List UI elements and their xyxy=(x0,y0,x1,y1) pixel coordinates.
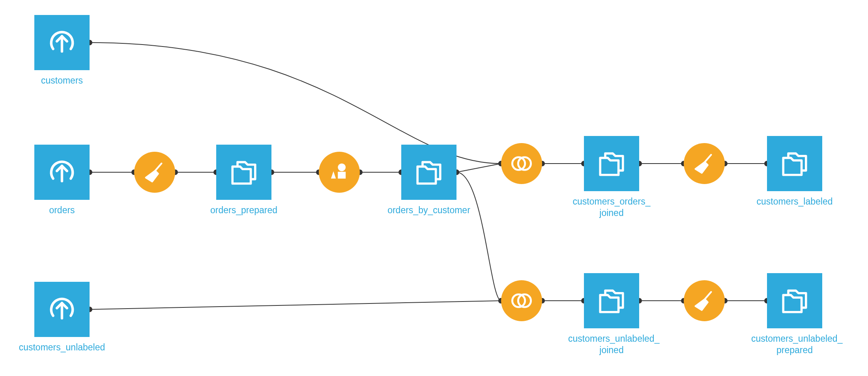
node-customers-unlabeled-joined[interactable]: customers_unlabeled_ joined xyxy=(584,273,655,356)
node-customers-orders-joined[interactable]: customers_orders_ joined xyxy=(584,136,655,219)
node-label: orders xyxy=(19,205,105,216)
folder-icon xyxy=(401,145,456,200)
folder-icon xyxy=(584,273,639,328)
node-customers-labeled[interactable]: customers_labeled xyxy=(767,136,838,207)
node-label: orders_prepared xyxy=(200,205,287,216)
node-customers-unlabeled[interactable]: customers_unlabeled xyxy=(34,282,105,353)
svg-line-31 xyxy=(155,164,161,171)
node-label: customers_unlabeled xyxy=(19,342,105,353)
op-group[interactable] xyxy=(319,152,360,193)
folder-icon xyxy=(584,136,639,191)
svg-marker-33 xyxy=(331,171,336,179)
node-orders-by-customer[interactable]: orders_by_customer xyxy=(401,145,472,216)
node-customers[interactable]: customers xyxy=(34,15,105,86)
op-join[interactable] xyxy=(501,280,542,321)
node-label: customers xyxy=(19,75,105,86)
op-join[interactable] xyxy=(501,143,542,184)
node-orders[interactable]: orders xyxy=(34,145,105,216)
upload-icon xyxy=(34,145,90,200)
op-clean[interactable] xyxy=(684,280,725,321)
folder-icon xyxy=(216,145,271,200)
folder-icon xyxy=(767,273,822,328)
flow-canvas[interactable]: customers orders customers_unlabeled ord… xyxy=(0,0,868,376)
op-clean[interactable] xyxy=(684,143,725,184)
upload-icon xyxy=(34,282,90,337)
svg-line-40 xyxy=(705,292,711,300)
node-orders-prepared[interactable]: orders_prepared xyxy=(216,145,287,216)
node-label: orders_by_customer xyxy=(385,205,472,216)
node-label: customers_orders_ joined xyxy=(568,196,655,219)
node-label: customers_unlabeled_ joined xyxy=(568,333,655,356)
node-customers-unlabeled-prepared[interactable]: customers_unlabeled_ prepared xyxy=(767,273,838,356)
node-label: customers_unlabeled_ prepared xyxy=(751,333,838,356)
folder-icon xyxy=(767,136,822,191)
svg-line-37 xyxy=(705,155,711,162)
svg-point-32 xyxy=(338,164,346,171)
upload-icon xyxy=(34,15,90,70)
svg-rect-34 xyxy=(338,172,346,179)
node-label: customers_labeled xyxy=(751,196,838,207)
op-clean[interactable] xyxy=(134,152,175,193)
